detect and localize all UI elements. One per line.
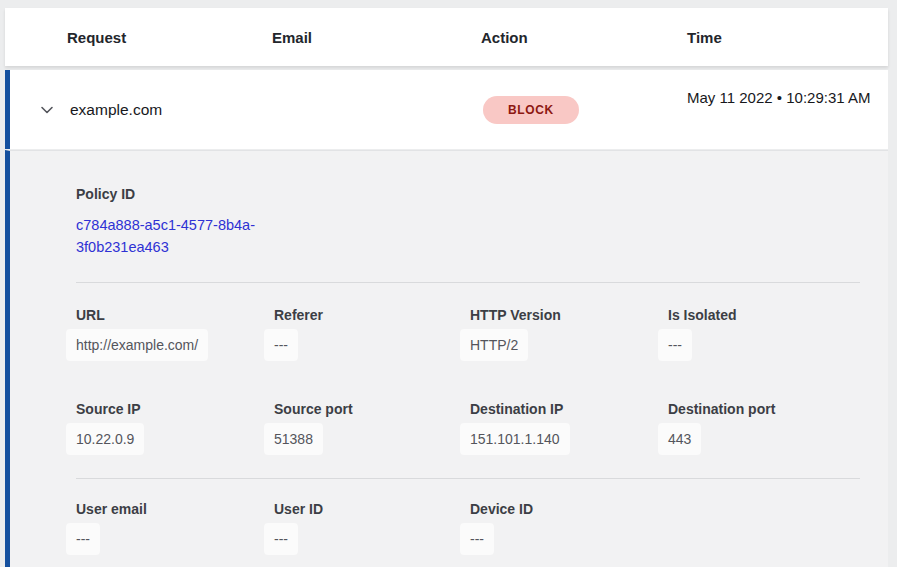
log-detail-panel: Policy ID c784a888-a5c1-4577-8b4a-3f0b23… [5, 150, 888, 567]
is-isolated-value: --- [658, 329, 692, 361]
destination-port-label: Destination port [668, 401, 860, 417]
destination-port-value: 443 [658, 423, 701, 455]
url-value: http://example.com/ [66, 329, 208, 361]
row-time-value: May 11 2022 • 10:29:31 AM [687, 86, 873, 110]
detail-row-network: Source IP 10.22.0.9 Source port 51388 De… [76, 401, 860, 455]
user-email-label: User email [76, 501, 274, 517]
chevron-down-icon[interactable] [38, 101, 56, 119]
url-label: URL [76, 307, 274, 323]
section-divider [76, 282, 860, 283]
policy-id-label: Policy ID [76, 186, 860, 202]
http-version-label: HTTP Version [470, 307, 668, 323]
source-port-label: Source port [274, 401, 470, 417]
section-divider [76, 478, 860, 479]
log-row-example-com[interactable]: example.com BLOCK May 11 2022 • 10:29:31… [5, 70, 888, 149]
user-email-value: --- [66, 523, 100, 555]
column-header-action: Action [481, 29, 687, 46]
is-isolated-label: Is Isolated [668, 307, 860, 323]
column-header-time: Time [687, 29, 888, 46]
source-ip-label: Source IP [76, 401, 274, 417]
source-ip-value: 10.22.0.9 [66, 423, 144, 455]
user-id-value: --- [264, 523, 298, 555]
log-table-header: Request Email Action Time [5, 8, 888, 66]
row-request-value: example.com [70, 101, 162, 119]
column-header-request: Request [67, 29, 272, 46]
user-id-label: User ID [274, 501, 470, 517]
referer-value: --- [264, 329, 298, 361]
device-id-label: Device ID [470, 501, 668, 517]
http-version-value: HTTP/2 [460, 329, 528, 361]
referer-label: Referer [274, 307, 470, 323]
destination-ip-label: Destination IP [470, 401, 668, 417]
source-port-value: 51388 [264, 423, 323, 455]
destination-ip-value: 151.101.1.140 [460, 423, 570, 455]
action-block-badge: BLOCK [483, 96, 579, 124]
policy-id-link[interactable]: c784a888-a5c1-4577-8b4a-3f0b231ea463 [76, 215, 281, 258]
detail-row-http: URL http://example.com/ Referer --- HTTP… [76, 307, 860, 361]
device-id-value: --- [460, 523, 494, 555]
column-header-email: Email [272, 29, 481, 46]
detail-row-user: User email --- User ID --- Device ID --- [76, 501, 860, 555]
